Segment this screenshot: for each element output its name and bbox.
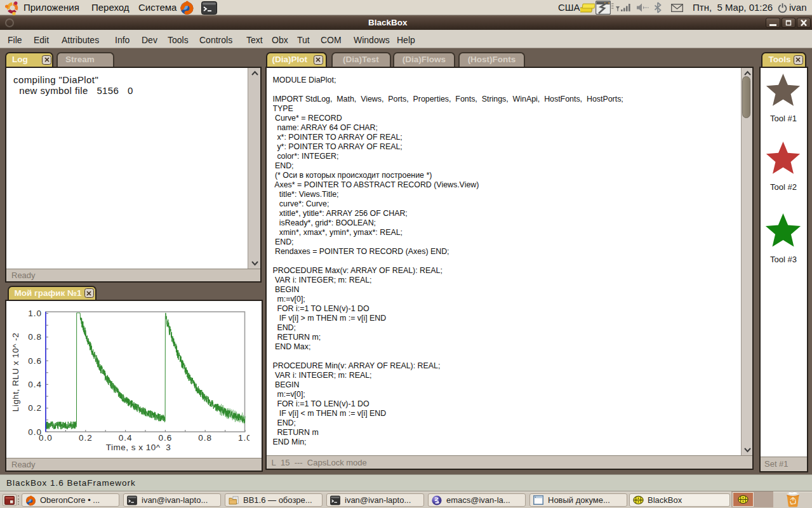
svg-text:0.2: 0.2 (28, 403, 42, 413)
svg-text:0.8: 0.8 (198, 433, 212, 443)
svg-text:Light, RLU x 10^ -2: Light, RLU x 10^ -2 (11, 333, 20, 412)
svg-text:Time, s x 10^ 3: Time, s x 10^ 3 (106, 443, 171, 452)
svg-text:0.4: 0.4 (119, 433, 133, 443)
svg-text:0.2: 0.2 (79, 433, 93, 443)
svg-text:1.0: 1.0 (28, 309, 42, 318)
svg-text:0.4: 0.4 (28, 380, 42, 389)
svg-text:0.6: 0.6 (28, 356, 42, 366)
svg-text:1.0: 1.0 (238, 433, 250, 443)
svg-text:0.8: 0.8 (28, 332, 42, 342)
svg-text:0.6: 0.6 (159, 433, 173, 443)
svg-text:0.0: 0.0 (39, 433, 53, 443)
